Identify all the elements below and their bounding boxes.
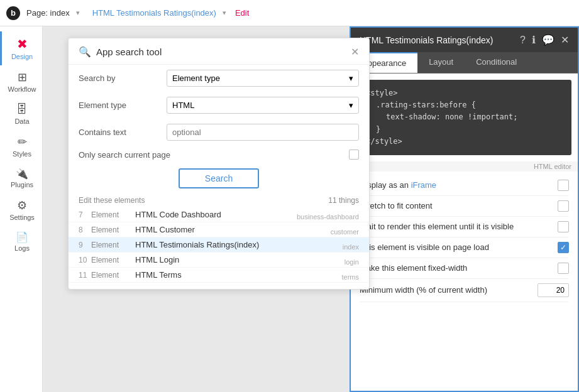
sidebar-item-data-label: Data — [14, 117, 29, 125]
only-current-page-label: Only search current page — [79, 150, 170, 160]
wait-render-label: Wait to render this element until it is … — [360, 222, 558, 231]
result-row-7[interactable]: 7 Element HTML Code Dashboard business-d… — [69, 207, 369, 222]
min-width-input[interactable] — [538, 283, 569, 297]
search-button-row: Search — [69, 163, 369, 193]
code-editor-footer: HTML editor — [351, 161, 578, 172]
search-by-select[interactable]: Element type ▾ — [167, 70, 359, 87]
visible-on-load-checkbox[interactable]: ✓ — [558, 242, 569, 253]
sidebar-item-plugins-label: Plugins — [11, 181, 33, 188]
result-row-8[interactable]: 8 Element HTML Customer customer — [69, 222, 369, 237]
results-list: 7 Element HTML Code Dashboard business-d… — [69, 207, 369, 283]
contains-text-row: Contains text — [69, 119, 369, 146]
result-tag-10: login — [345, 258, 359, 266]
sidebar-item-plugins[interactable]: 🔌 Plugins — [0, 163, 42, 193]
contains-text-label: Contains text — [79, 128, 160, 137]
display-iframe-label: Display as an iFrame — [360, 180, 558, 190]
search-button[interactable]: Search — [179, 168, 259, 188]
sidebar-item-design[interactable]: ✖ Design — [0, 31, 42, 65]
result-type-11: Element — [91, 270, 135, 280]
iframe-link[interactable]: iFrame — [411, 180, 436, 190]
setting-stretch-content: Stretch to fit content — [360, 196, 569, 217]
code-line-2: .rating-stars:before { — [366, 99, 563, 111]
result-tag-11: terms — [342, 273, 360, 281]
results-count: 11 things — [328, 196, 359, 205]
sidebar-item-data[interactable]: 🗄 Data — [0, 98, 42, 130]
fixed-width-checkbox[interactable] — [558, 263, 569, 274]
visible-on-load-label: This element is visible on page load — [360, 242, 558, 252]
search-by-label: Search by — [79, 74, 160, 83]
app-search-panel: 🔍 App search tool ✕ Search by Element ty… — [68, 38, 370, 290]
sidebar-item-styles[interactable]: ✏ Styles — [0, 130, 42, 163]
wait-render-checkbox[interactable] — [558, 221, 569, 232]
panel-header: 🔍 App search tool ✕ — [69, 38, 369, 65]
element-type-dropdown-icon: ▾ — [349, 101, 353, 110]
styles-icon: ✏ — [18, 135, 27, 149]
sidebar-item-settings-label: Settings — [9, 214, 35, 221]
main-layout: ✖ Design ⊞ Workflow 🗄 Data ✏ Styles 🔌 Pl… — [0, 26, 579, 392]
result-row-10[interactable]: 10 Element HTML Login login — [69, 253, 369, 268]
element-type-select[interactable]: HTML ▾ — [167, 97, 359, 114]
result-type-9: Element — [91, 240, 135, 249]
result-type-8: Element — [91, 225, 135, 234]
result-num-10: 10 — [79, 255, 91, 264]
results-edit-label: Edit these elements — [79, 196, 145, 205]
sidebar-item-settings[interactable]: ⚙ Settings — [0, 193, 42, 226]
result-tag-9: index — [343, 243, 359, 251]
link-dropdown[interactable]: ▾ — [223, 9, 226, 17]
chat-icon[interactable]: 💬 — [542, 34, 554, 46]
element-type-label: Element type — [79, 101, 160, 110]
only-current-page-row: Only search current page — [69, 146, 369, 163]
code-line-3: text-shadow: none !important; — [366, 111, 563, 123]
result-name-8: HTML Customer — [135, 225, 359, 234]
setting-wait-render: Wait to render this element until it is … — [360, 217, 569, 237]
result-num-11: 11 — [79, 270, 91, 280]
design-icon: ✖ — [17, 36, 28, 52]
sidebar-item-design-label: Design — [11, 53, 33, 60]
sidebar-item-logs[interactable]: 📄 Logs — [0, 226, 42, 257]
code-editor[interactable]: <style> .rating-stars:before { text-shad… — [357, 80, 571, 155]
setting-display-iframe: Display as an iFrame — [360, 175, 569, 196]
logs-icon: 📄 — [16, 231, 28, 243]
min-width-label: Minimum width (% of current width) — [360, 285, 538, 295]
edit-link[interactable]: Edit — [235, 8, 249, 18]
sidebar-item-workflow[interactable]: ⊞ Workflow — [0, 65, 42, 98]
search-icon: 🔍 — [79, 46, 91, 58]
results-header: Edit these elements 11 things — [69, 193, 369, 207]
panel-title-text: App search tool — [96, 46, 162, 57]
element-type-value: HTML — [172, 101, 194, 110]
right-panel: HTML Testimonials Ratings(index) ? ℹ 💬 ✕… — [350, 26, 579, 392]
result-num-8: 8 — [79, 225, 91, 234]
result-name-10: HTML Login — [135, 255, 359, 264]
info-icon[interactable]: ℹ — [532, 34, 536, 46]
close-icon[interactable]: ✕ — [561, 34, 569, 46]
result-num-9: 9 — [79, 240, 91, 249]
right-panel-header: HTML Testimonials Ratings(index) ? ℹ 💬 ✕ — [351, 28, 578, 52]
stretch-content-checkbox[interactable] — [558, 200, 569, 212]
setting-fixed-width: Make this element fixed-width — [360, 258, 569, 279]
settings-icon: ⚙ — [17, 199, 27, 212]
html-testimonials-link[interactable]: HTML Testimonials Ratings(index) — [92, 8, 216, 18]
help-icon[interactable]: ? — [520, 35, 526, 46]
tab-conditional[interactable]: Conditional — [465, 52, 528, 73]
logo: b — [6, 6, 20, 20]
stretch-content-label: Stretch to fit content — [360, 201, 558, 210]
page-dropdown[interactable]: ▾ — [76, 9, 80, 17]
result-row-11[interactable]: 11 Element HTML Terms terms — [69, 268, 369, 283]
right-panel-icons: ? ℹ 💬 ✕ — [520, 34, 569, 46]
result-num-7: 7 — [79, 210, 91, 219]
data-icon: 🗄 — [16, 103, 28, 116]
setting-visible-on-load: This element is visible on page load ✓ — [360, 237, 569, 258]
sidebar-item-styles-label: Styles — [13, 150, 31, 158]
search-by-row: Search by Element type ▾ — [69, 65, 369, 92]
result-row-9[interactable]: 9 Element HTML Testimonials Ratings(inde… — [69, 237, 369, 253]
sidebar-item-logs-label: Logs — [14, 244, 30, 252]
only-current-page-checkbox[interactable] — [349, 150, 359, 160]
contains-text-input[interactable] — [167, 124, 359, 141]
tab-layout[interactable]: Layout — [417, 52, 465, 73]
result-tag-7: business-dashboard — [297, 213, 359, 220]
fixed-width-label: Make this element fixed-width — [360, 263, 558, 273]
panel-close-button[interactable]: ✕ — [351, 46, 359, 58]
page-label: Page: index — [26, 8, 70, 18]
display-iframe-checkbox[interactable] — [558, 180, 569, 191]
setting-min-width: Minimum width (% of current width) — [360, 279, 569, 302]
